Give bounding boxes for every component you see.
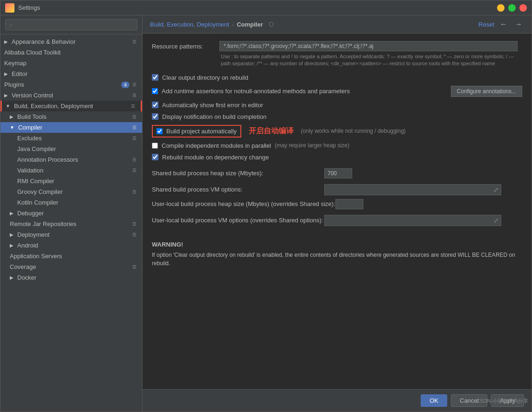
breadcrumb-icon: ⬡ <box>269 21 273 27</box>
ok-button[interactable]: OK <box>421 394 447 407</box>
sidebar-label: Build Tools <box>17 113 47 120</box>
user-heap-input[interactable] <box>335 199 363 209</box>
show-first-error-checkbox[interactable] <box>152 102 158 108</box>
sidebar-label: Plugins <box>4 81 24 88</box>
user-heap-row: User-local build process heap size (Mbyt… <box>152 199 522 209</box>
breadcrumb: Build, Execution, Deployment › Compiler … <box>150 21 273 28</box>
window-title: Settings <box>18 4 497 11</box>
resource-patterns-label: Resource patterns: <box>152 43 219 50</box>
warning-section: WARNING! If option 'Clear output directo… <box>152 235 522 273</box>
settings-content: Resource patterns: Use ; to separate pat… <box>143 34 532 389</box>
clear-output-label: Clear output directory on rebuild <box>162 74 248 81</box>
sidebar-item-annotation[interactable]: Annotation Processors ☰ <box>0 154 142 165</box>
settings-icon: ☰ <box>131 103 135 109</box>
shared-vm-label: Shared build process VM options: <box>152 186 324 193</box>
warning-title: WARNING! <box>152 241 522 248</box>
expand-icon-2[interactable]: ⤢ <box>493 217 499 224</box>
sidebar-item-coverage[interactable]: Coverage ☰ <box>0 261 142 272</box>
settings-icon: ☰ <box>132 168 136 173</box>
build-auto-highlighted: Build project automatically <box>152 125 241 137</box>
shared-heap-input[interactable] <box>324 168 352 179</box>
configure-annotations-button[interactable]: Configure annotations... <box>451 86 522 97</box>
sidebar-item-plugins[interactable]: Plugins 4 ☰ <box>0 79 142 90</box>
reset-button[interactable]: Reset <box>478 21 494 28</box>
rebuild-dependency-checkbox[interactable] <box>152 154 158 160</box>
breadcrumb-section[interactable]: Build, Execution, Deployment <box>150 21 229 28</box>
sidebar-item-rmi[interactable]: RMI Compiler <box>0 176 142 186</box>
sidebar-item-validation[interactable]: Validation ☰ <box>0 165 142 176</box>
user-vm-container: ⤢ <box>324 215 501 226</box>
nav-back-button[interactable]: ← <box>498 19 509 29</box>
settings-icon: ☰ <box>132 264 136 269</box>
sidebar-item-remote-jar[interactable]: Remote Jar Repositories ☰ <box>0 219 142 229</box>
arrow-icon: ▶ <box>4 71 8 76</box>
sidebar-label: Appearance & Behavior <box>12 38 75 45</box>
settings-icon: ☰ <box>132 232 136 237</box>
sidebar-label: Alibaba Cloud Toolkit <box>4 49 61 56</box>
sidebar-item-android[interactable]: ▶ Android <box>0 240 142 251</box>
sidebar-item-excludes[interactable]: Excludes ☰ <box>0 133 142 144</box>
settings-icon: ☰ <box>132 157 136 162</box>
sidebar-item-keymap[interactable]: Keymap <box>0 58 142 69</box>
sidebar-label: RMI Compiler <box>17 178 54 185</box>
only-works-text: (only works while not running / debuggin… <box>301 128 406 134</box>
sidebar-label: Keymap <box>4 60 27 67</box>
shared-vm-row: Shared build process VM options: ⤢ <box>152 184 522 195</box>
title-bar: Settings <box>0 0 532 15</box>
plugins-badge: 4 <box>121 82 130 88</box>
maximize-button[interactable] <box>508 4 516 12</box>
sidebar-item-editor[interactable]: ▶ Editor <box>0 69 142 79</box>
runtime-assertions-checkbox[interactable] <box>152 88 158 94</box>
rebuild-dependency-row: Rebuild module on dependency change <box>152 154 522 161</box>
search-input[interactable] <box>5 19 137 30</box>
sidebar-label: Compiler <box>18 124 42 131</box>
settings-icon: ☰ <box>132 125 136 130</box>
expand-icon[interactable]: ⤢ <box>493 186 499 193</box>
breadcrumb-bar: Build, Execution, Deployment › Compiler … <box>143 15 532 34</box>
annotation-label: 开启自动编译 <box>249 126 293 136</box>
minimize-button[interactable] <box>497 4 505 12</box>
breadcrumb-separator: › <box>232 21 234 28</box>
compile-parallel-checkbox[interactable] <box>152 143 158 149</box>
sidebar: ▶ Appearance & Behavior ☰ Alibaba Cloud … <box>0 15 143 412</box>
sidebar-item-groovy[interactable]: Groovy Compiler ☰ <box>0 186 142 197</box>
close-button[interactable] <box>519 4 527 12</box>
clear-output-checkbox[interactable] <box>152 74 158 81</box>
arrow-icon: ▶ <box>10 114 14 119</box>
sidebar-item-appearance[interactable]: ▶ Appearance & Behavior ☰ <box>0 36 142 47</box>
sidebar-item-alibaba[interactable]: Alibaba Cloud Toolkit <box>0 47 142 58</box>
resource-patterns-row: Resource patterns: <box>152 41 522 51</box>
sidebar-label: Java Compiler <box>17 145 56 152</box>
sidebar-label: Annotation Processors <box>17 156 78 163</box>
sidebar-item-build-tools[interactable]: ▶ Build Tools ☰ <box>0 111 142 122</box>
settings-window: Settings ▶ Appearance & Behavior ☰ <box>0 0 532 412</box>
build-auto-container: Build project automatically 开启自动编译 (only… <box>152 125 522 137</box>
sidebar-item-debugger[interactable]: ▶ Debugger <box>0 208 142 219</box>
sidebar-item-deployment[interactable]: ▶ Deployment ☰ <box>0 229 142 240</box>
warning-text: If option 'Clear output directory on reb… <box>152 251 522 268</box>
breadcrumb-actions: Reset ← → <box>478 19 524 29</box>
arrow-icon: ▶ <box>4 39 8 44</box>
sidebar-item-kotlin[interactable]: Kotlin Compiler <box>0 197 142 208</box>
display-notification-checkbox[interactable] <box>152 113 158 120</box>
build-auto-checkbox[interactable] <box>157 128 163 134</box>
sidebar-item-compiler[interactable]: ▼ Compiler ☰ <box>0 122 142 133</box>
sidebar-item-build-execution[interactable]: ▼ Build, Execution, Deployment ☰ <box>0 101 142 111</box>
sidebar-item-docker[interactable]: ▶ Docker <box>0 272 142 283</box>
runtime-assertions-label: Add runtime assertions for notnull-annot… <box>162 88 350 95</box>
user-vm-input[interactable] <box>327 217 493 224</box>
arrow-icon: ▼ <box>10 125 14 130</box>
resource-patterns-input[interactable] <box>219 41 518 51</box>
arrow-icon: ▼ <box>6 103 10 109</box>
sidebar-label: Version Control <box>12 92 53 99</box>
sidebar-item-java-compiler[interactable]: Java Compiler <box>0 144 142 154</box>
nav-forward-button[interactable]: → <box>513 19 524 29</box>
sidebar-label: Remote Jar Repositories <box>10 220 76 227</box>
watermark: CSDN-小孙的代码分享 <box>476 398 528 405</box>
shared-heap-label: Shared build process heap size (Mbytes): <box>152 170 324 177</box>
shared-vm-input[interactable] <box>327 186 493 193</box>
settings-icon: ☰ <box>132 221 136 227</box>
sidebar-item-version-control[interactable]: ▶ Version Control ☰ <box>0 90 142 101</box>
sidebar-item-app-servers[interactable]: Application Servers <box>0 251 142 261</box>
compile-parallel-label: Compile independent modules in parallel <box>162 142 271 149</box>
